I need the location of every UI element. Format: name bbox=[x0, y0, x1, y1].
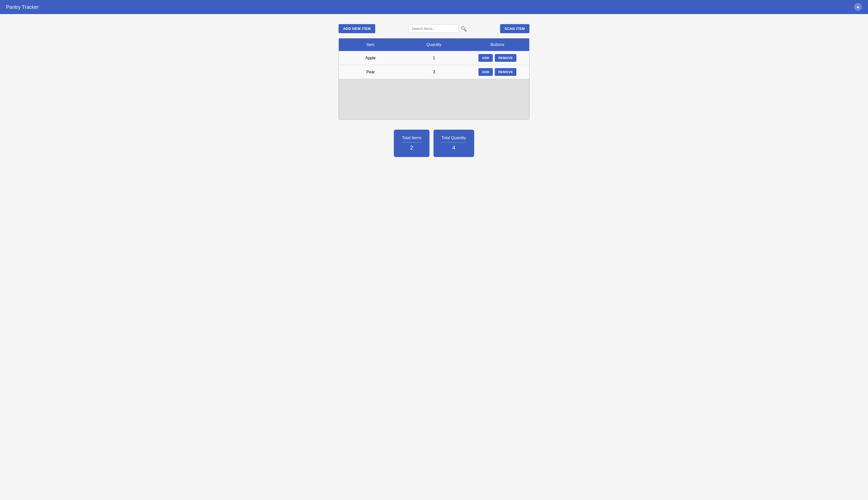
app-title: Pantry Tracker bbox=[6, 4, 39, 10]
item-buttons-apple: ADD REMOVE bbox=[466, 51, 529, 65]
table-row: Pear 3 ADD REMOVE bbox=[339, 65, 529, 79]
app-header: Pantry Tracker ● bbox=[0, 0, 868, 14]
table-row: Apple 1 ADD REMOVE bbox=[339, 51, 529, 65]
add-button-apple[interactable]: ADD bbox=[478, 54, 493, 62]
stat-divider bbox=[402, 142, 421, 143]
column-header-item: Item bbox=[339, 38, 402, 51]
item-quantity-apple: 1 bbox=[402, 51, 466, 65]
table-body: Apple 1 ADD REMOVE Pear 3 ADD REMOVE bbox=[339, 51, 529, 120]
account-circle-icon[interactable]: ● bbox=[854, 3, 862, 11]
total-items-card: Total Items 2 bbox=[394, 130, 429, 157]
item-quantity-pear: 3 bbox=[402, 65, 466, 79]
add-button-pear[interactable]: ADD bbox=[478, 68, 493, 76]
total-items-label: Total Items bbox=[402, 136, 421, 140]
item-name-pear: Pear bbox=[339, 65, 402, 79]
total-quantity-label: Total Quantity bbox=[441, 136, 466, 140]
search-input[interactable] bbox=[408, 24, 459, 33]
add-new-item-button[interactable]: ADD NEW ITEM bbox=[338, 24, 375, 33]
total-quantity-value: 4 bbox=[441, 145, 466, 151]
stat-divider-2 bbox=[441, 142, 466, 143]
table-empty-area bbox=[339, 79, 529, 120]
items-table: Item Quantity Buttons Apple 1 ADD REMOVE… bbox=[338, 38, 530, 120]
toolbar: ADD NEW ITEM 🔍 SCAN ITEM bbox=[338, 24, 530, 33]
search-container: 🔍 bbox=[408, 24, 467, 33]
column-header-quantity: Quantity bbox=[402, 38, 466, 51]
column-header-buttons: Buttons bbox=[466, 38, 529, 51]
total-items-value: 2 bbox=[402, 145, 421, 151]
main-content: ADD NEW ITEM 🔍 SCAN ITEM Item Quantity B… bbox=[0, 14, 868, 167]
stats-container: Total Items 2 Total Quantity 4 bbox=[394, 130, 474, 157]
item-buttons-pear: ADD REMOVE bbox=[466, 65, 529, 79]
remove-button-apple[interactable]: REMOVE bbox=[495, 54, 517, 62]
search-icon[interactable]: 🔍 bbox=[461, 26, 467, 32]
total-quantity-card: Total Quantity 4 bbox=[433, 130, 474, 157]
item-name-apple: Apple bbox=[339, 51, 402, 65]
scan-item-button[interactable]: SCAN ITEM bbox=[500, 24, 530, 33]
remove-button-pear[interactable]: REMOVE bbox=[495, 68, 517, 76]
table-header: Item Quantity Buttons bbox=[339, 38, 529, 51]
